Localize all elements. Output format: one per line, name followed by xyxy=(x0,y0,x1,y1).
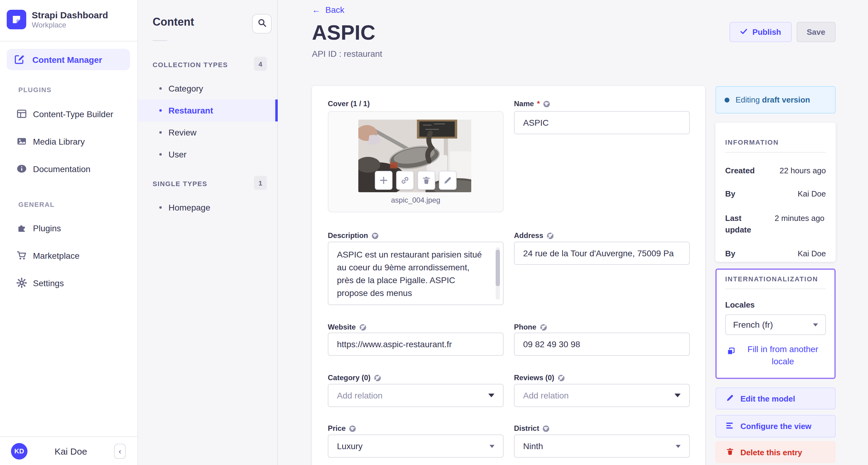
sidebar-item-label: Content Manager xyxy=(32,55,102,64)
info-row-created: Created 22 hours ago xyxy=(725,166,826,175)
edit-form-card: Cover (1 / 1) xyxy=(312,86,705,465)
subnav-item-homepage[interactable]: Homepage xyxy=(138,196,277,218)
reviews-label-text: Reviews (0) xyxy=(514,373,554,382)
header-actions: Publish Save xyxy=(729,22,836,42)
delete-entry-button[interactable]: Delete this entry xyxy=(715,441,836,463)
cover-media-field: aspic_004.jpeg xyxy=(328,111,504,212)
copy-icon xyxy=(726,347,736,358)
phone-input[interactable] xyxy=(514,333,690,356)
fill-from-locale-link[interactable]: Fill in from another locale xyxy=(725,343,826,367)
sidebar-item-settings[interactable]: Settings xyxy=(0,269,137,297)
list-settings-icon xyxy=(726,421,734,431)
status-dot-icon xyxy=(724,97,730,102)
content-subnav: Content COLLECTION TYPES 4 Category Rest… xyxy=(138,0,278,465)
bullet-icon xyxy=(159,131,162,134)
sidebar-section-general: GENERAL xyxy=(18,201,55,208)
category-relation-select[interactable]: Add relation xyxy=(328,384,504,407)
subnav-item-label: Restaurant xyxy=(168,105,213,115)
back-arrow-icon: ← xyxy=(312,5,320,14)
sidebar-item-plugins[interactable]: Plugins xyxy=(0,214,137,242)
edit-model-button[interactable]: Edit the model xyxy=(715,388,836,409)
sidebar-item-label: Plugins xyxy=(33,223,61,233)
district-field-label: District xyxy=(514,424,550,433)
price-select[interactable]: Luxury xyxy=(328,434,504,458)
layout-icon xyxy=(17,108,27,119)
main-sidebar: Strapi Dashboard Workplace Content Manag… xyxy=(0,0,138,465)
subnav-item-label: Review xyxy=(168,128,196,137)
workspace-logo-row[interactable]: Strapi Dashboard Workplace xyxy=(7,10,108,29)
cover-action-buttons xyxy=(329,171,503,190)
collapse-sidebar-button[interactable]: ‹ xyxy=(114,443,126,459)
trash-icon xyxy=(726,447,734,457)
sidebar-item-documentation[interactable]: Documentation xyxy=(0,155,137,182)
info-value: Kai Doe xyxy=(798,249,826,258)
subnav-item-label: User xyxy=(168,150,186,159)
district-select[interactable]: Ninth xyxy=(514,434,690,458)
avatar[interactable]: KD xyxy=(11,443,28,459)
info-value: 2 minutes ago xyxy=(775,212,826,236)
edit-media-button[interactable] xyxy=(439,171,457,190)
subnav-item-category[interactable]: Category xyxy=(138,78,277,99)
publish-button[interactable]: Publish xyxy=(729,22,792,42)
pencil-icon xyxy=(443,176,452,185)
search-icon xyxy=(257,18,267,30)
bullet-icon xyxy=(159,153,162,156)
sidebar-item-content-type-builder[interactable]: Content-Type Builder xyxy=(0,100,137,128)
chevron-down-icon xyxy=(675,394,681,397)
category-field-label: Category (0) xyxy=(328,373,381,382)
collection-types-count: 4 xyxy=(254,57,267,71)
category-label-text: Category (0) xyxy=(328,373,371,382)
pencil-icon xyxy=(726,393,734,404)
description-field-label: Description xyxy=(328,231,379,240)
collection-types-header: COLLECTION TYPES xyxy=(153,61,228,68)
delete-media-button[interactable] xyxy=(417,171,435,190)
chevron-down-icon xyxy=(813,323,818,326)
gear-icon xyxy=(17,278,27,288)
cover-field-label: Cover (1 / 1) xyxy=(328,99,370,108)
textarea-scrollbar-thumb[interactable] xyxy=(496,250,500,286)
locale-select[interactable]: French (fr) xyxy=(725,314,826,335)
reviews-relation-select[interactable]: Add relation xyxy=(514,384,690,407)
information-card: INFORMATION Created 22 hours ago By Kai … xyxy=(715,123,836,262)
name-input[interactable] xyxy=(514,111,690,134)
back-label: Back xyxy=(326,5,344,14)
sidebar-item-marketplace[interactable]: Marketplace xyxy=(0,242,137,269)
single-types-count: 1 xyxy=(254,176,267,190)
subnav-item-review[interactable]: Review xyxy=(138,121,277,144)
strapi-logo-icon xyxy=(7,10,26,29)
description-textarea[interactable]: ASPIC est un restaurant parisien situé a… xyxy=(328,242,504,305)
copy-link-button[interactable] xyxy=(396,171,414,190)
chevron-down-icon xyxy=(676,444,681,447)
sidebar-item-content-manager[interactable]: Content Manager xyxy=(7,49,130,70)
subnav-divider xyxy=(153,40,167,41)
subnav-item-label: Homepage xyxy=(168,203,210,212)
strapi-app: Strapi Dashboard Workplace Content Manag… xyxy=(0,0,868,465)
panel-divider xyxy=(725,152,826,153)
address-input[interactable] xyxy=(514,242,690,265)
sidebar-item-media-library[interactable]: Media Library xyxy=(0,128,137,155)
globe-crossed-icon xyxy=(374,374,381,382)
add-media-button[interactable] xyxy=(375,171,393,190)
image-icon xyxy=(17,136,27,147)
address-label-text: Address xyxy=(514,231,543,240)
subnav-item-user[interactable]: User xyxy=(138,144,277,165)
api-id-subtitle: API ID : restaurant xyxy=(312,49,382,59)
subnav-item-restaurant[interactable]: Restaurant xyxy=(138,99,277,121)
sidebar-footer: KD Kai Doe ‹ xyxy=(0,437,137,465)
page-title: ASPIC xyxy=(312,21,375,44)
globe-crossed-icon xyxy=(546,231,554,240)
website-field-label: Website xyxy=(328,323,367,331)
website-input[interactable] xyxy=(328,333,504,356)
status-prefix: Editing xyxy=(736,95,760,104)
cart-icon xyxy=(17,250,27,260)
district-value: Ninth xyxy=(523,441,676,451)
configure-view-button[interactable]: Configure the view xyxy=(715,415,836,438)
search-button[interactable] xyxy=(252,14,272,34)
bullet-icon xyxy=(159,206,162,209)
back-link[interactable]: ← Back xyxy=(312,5,344,14)
district-label-text: District xyxy=(514,424,539,433)
globe-crossed-icon xyxy=(557,374,565,382)
trash-icon xyxy=(422,176,431,185)
save-button[interactable]: Save xyxy=(796,22,836,42)
bullet-icon xyxy=(159,87,162,90)
